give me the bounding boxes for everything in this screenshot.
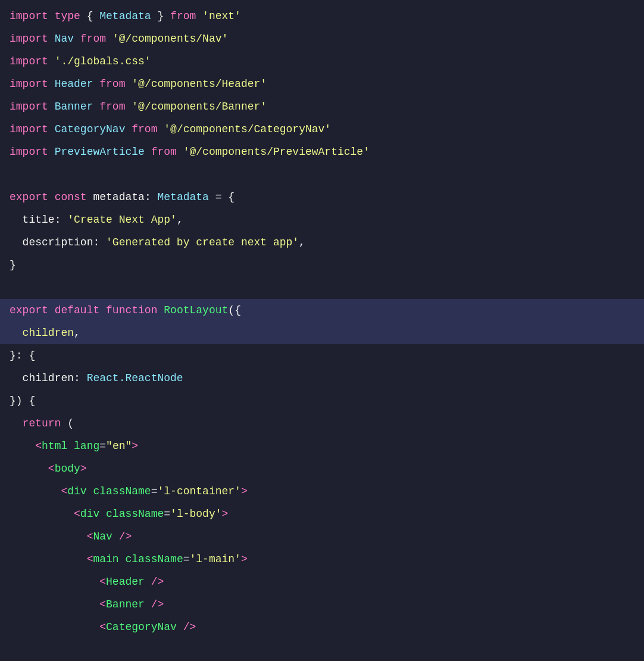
code-token: html xyxy=(42,438,67,455)
code-line: import Nav from '@/components/Nav' xyxy=(0,27,644,50)
code-token: function xyxy=(106,302,157,319)
code-token: RootLayout xyxy=(164,302,228,319)
code-token: metadata xyxy=(93,189,144,206)
code-token xyxy=(93,98,99,116)
code-token: , xyxy=(299,234,305,251)
code-token: './globals.css' xyxy=(55,53,151,70)
code-token xyxy=(48,8,55,25)
code-token: < xyxy=(74,506,80,523)
code-token: Header xyxy=(55,76,93,93)
code-token: } xyxy=(10,347,16,364)
code-token xyxy=(10,415,23,432)
code-token: 'l-main' xyxy=(190,551,241,568)
code-token: import xyxy=(10,30,48,48)
code-token: Metadata xyxy=(157,189,208,206)
code-token: children xyxy=(23,325,74,342)
code-token: '@/components/CategoryNav' xyxy=(164,121,331,138)
code-token xyxy=(177,619,183,636)
code-token xyxy=(157,121,164,138)
code-line: <CategoryNav /> xyxy=(0,616,644,638)
code-token: Banner xyxy=(106,596,145,613)
code-token xyxy=(48,76,55,93)
code-token: /> xyxy=(151,573,164,591)
code-token xyxy=(125,76,132,93)
code-token xyxy=(157,302,164,319)
code-token: "en" xyxy=(106,438,132,455)
code-token: CategoryNav xyxy=(106,619,177,636)
code-token: children xyxy=(23,370,74,387)
code-token xyxy=(87,483,93,500)
code-token xyxy=(106,30,112,48)
code-token: '@/components/PreviewArticle' xyxy=(183,144,370,161)
code-line: description: 'Generated by create next a… xyxy=(0,231,644,254)
code-token: className xyxy=(106,506,164,523)
code-token: className xyxy=(93,483,151,500)
code-token xyxy=(10,596,99,613)
code-line: title: 'Create Next App', xyxy=(0,208,644,231)
code-token: Header xyxy=(106,573,145,591)
code-token: import xyxy=(10,98,48,116)
code-line: return ( xyxy=(0,412,644,435)
code-token xyxy=(99,506,106,523)
code-token: < xyxy=(61,483,67,500)
code-token: CategoryNav xyxy=(55,121,126,138)
code-token xyxy=(74,30,80,48)
code-line: children: React.ReactNode xyxy=(0,367,644,389)
code-token: Nav xyxy=(55,30,74,48)
code-line: import CategoryNav from '@/components/Ca… xyxy=(0,118,644,141)
code-token xyxy=(125,98,132,116)
code-line: }) { xyxy=(0,389,644,412)
code-token xyxy=(48,53,55,70)
code-token: body xyxy=(55,460,80,478)
code-token xyxy=(87,189,93,206)
code-token: lang xyxy=(74,438,99,455)
code-token xyxy=(196,8,202,25)
code-token: > xyxy=(80,460,87,478)
code-line: <main className='l-main'> xyxy=(0,548,644,570)
code-token: type xyxy=(55,8,80,25)
code-line: children, xyxy=(0,322,644,344)
code-token: ({ xyxy=(228,302,241,319)
code-token xyxy=(67,438,74,455)
code-token: '@/components/Header' xyxy=(132,76,267,93)
code-token: < xyxy=(87,528,93,545)
code-token: from xyxy=(170,8,196,25)
code-token: < xyxy=(87,551,93,568)
code-token: const xyxy=(55,189,87,206)
code-line: import './globals.css' xyxy=(0,50,644,73)
code-line: } xyxy=(0,254,644,276)
code-token: /> xyxy=(119,528,132,545)
code-token: { xyxy=(80,8,99,25)
code-token: import xyxy=(10,76,48,93)
code-token: } xyxy=(10,392,16,410)
code-token: React.ReactNode xyxy=(87,370,183,387)
code-token xyxy=(125,121,132,138)
code-token: div xyxy=(67,483,86,500)
code-line: export const metadata: Metadata = { xyxy=(0,186,644,208)
code-editor: import type { Metadata } from 'next'impo… xyxy=(0,0,644,661)
code-token: ( xyxy=(61,415,74,432)
code-token: : xyxy=(145,189,158,206)
code-line: import Banner from '@/components/Banner' xyxy=(0,95,644,118)
code-token xyxy=(48,144,55,161)
code-token: from xyxy=(151,144,177,161)
code-token xyxy=(145,144,151,161)
code-token: > xyxy=(132,438,138,455)
code-line: import type { Metadata } from 'next' xyxy=(0,5,644,27)
code-token: from xyxy=(99,98,125,116)
code-line: <div className='l-container'> xyxy=(0,480,644,503)
code-token: import xyxy=(10,121,48,138)
code-token: ) { xyxy=(16,392,35,410)
code-line: <body> xyxy=(0,457,644,480)
code-token: from xyxy=(80,30,106,48)
code-token: Metadata xyxy=(99,8,151,25)
code-token xyxy=(10,460,48,478)
code-token: > xyxy=(222,506,229,523)
code-token: Banner xyxy=(55,98,93,116)
code-line: import Header from '@/components/Header' xyxy=(0,73,644,95)
code-line xyxy=(0,276,644,299)
code-token: 'l-container' xyxy=(157,483,240,500)
code-token: : xyxy=(74,370,87,387)
code-token xyxy=(48,121,55,138)
code-token xyxy=(10,528,87,545)
